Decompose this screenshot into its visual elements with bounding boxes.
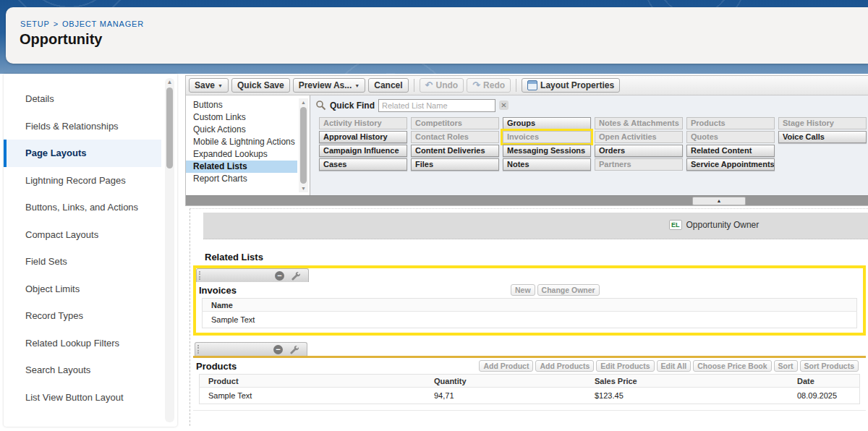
sort-products-button: Sort Products <box>800 360 859 372</box>
palette-category-custom-links[interactable]: Custom Links <box>186 111 297 124</box>
collapse-arrow-icon: ▲ <box>717 198 722 203</box>
related-list-tab[interactable]: − <box>196 268 309 282</box>
quick-find-input[interactable] <box>378 99 495 112</box>
palette-item-messaging-sessions[interactable]: Messaging Sessions <box>503 145 591 157</box>
layout-properties-button[interactable]: Layout Properties <box>522 78 620 93</box>
quick-find-label: Quick Find <box>330 101 375 111</box>
sidebar-scrollbar-thumb[interactable] <box>166 88 173 168</box>
related-list-header: Products Add ProductAdd ProductsEdit Pro… <box>193 358 866 374</box>
table-cell: Sample Text <box>203 312 857 328</box>
palette-item-cases[interactable]: Cases <box>319 158 407 171</box>
palette-item-open-activities: Open Activities <box>595 131 683 143</box>
chevron-down-icon: ▼ <box>354 83 359 88</box>
layout-properties-icon <box>527 80 537 90</box>
palette-category-buttons[interactable]: Buttons <box>186 99 297 111</box>
palette-item-contact-roles: Contact Roles <box>411 131 499 143</box>
related-list-products[interactable]: − Products Add ProductAdd ProductsEdit P… <box>193 342 866 411</box>
search-icon <box>315 100 326 111</box>
table-row: Sample Text94,71$123.4508.09.2025 <box>200 388 860 404</box>
related-list-table: Name Sample Text <box>202 298 857 328</box>
sidebar-scrollbar[interactable]: ▲ <box>165 78 174 422</box>
palette-item-campaign-influence[interactable]: Campaign Influence <box>319 145 407 157</box>
collapse-palette-handle[interactable]: ▲ <box>692 197 746 205</box>
column-header-sales-price: Sales Price <box>586 375 788 388</box>
related-list-invoices[interactable]: − Invoices NewChange Owner Name Sample T… <box>193 265 866 336</box>
editor-panel: Save▼ Quick Save Preview As...▼ Cancel ↶… <box>185 75 868 206</box>
palette-scrollbar[interactable]: ▲ ▼ <box>299 98 308 192</box>
palette-item-partners: Partners <box>595 158 683 171</box>
palette-category-quick-actions[interactable]: Quick Actions <box>186 124 297 136</box>
scroll-up-icon[interactable]: ▲ <box>165 78 174 87</box>
palette-categories: ButtonsCustom LinksQuick ActionsMobile &… <box>186 99 297 185</box>
palette-item-voice-calls[interactable]: Voice Calls <box>778 131 867 143</box>
related-list-buttons: NewChange Owner <box>511 284 600 296</box>
sidebar-item-page-layouts[interactable]: Page Layouts <box>4 140 161 167</box>
quick-save-button[interactable]: Quick Save <box>231 78 290 93</box>
chevron-down-icon: ▼ <box>218 83 223 88</box>
redo-button[interactable]: ↷Redo <box>467 78 511 93</box>
sidebar-item-lightning-record-pages[interactable]: Lightning Record Pages <box>4 167 161 195</box>
related-list-buttons: Add ProductAdd ProductsEdit ProductsEdit… <box>479 360 859 372</box>
column-header-name: Name <box>203 299 857 312</box>
palette-item-groups[interactable]: Groups <box>503 117 591 129</box>
sidebar-item-record-types[interactable]: Record Types <box>4 302 161 330</box>
sidebar-item-object-limits[interactable]: Object Limits <box>4 276 161 303</box>
palette-item-approval-history[interactable]: Approval History <box>319 131 407 143</box>
palette-item-content-deliveries[interactable]: Content Deliveries <box>411 145 499 157</box>
breadcrumb-setup-link[interactable]: SETUP <box>20 20 50 28</box>
sidebar-item-list-view-button-layout[interactable]: List View Button Layout <box>4 384 161 411</box>
column-header-date: Date <box>788 375 860 388</box>
wrench-icon[interactable] <box>291 271 300 281</box>
palette-scrollbar-thumb[interactable] <box>300 107 307 184</box>
preview-as-button[interactable]: Preview As...▼ <box>293 78 366 93</box>
sidebar-item-related-lookup-filters[interactable]: Related Lookup Filters <box>4 330 161 357</box>
sidebar-item-search-layouts[interactable]: Search Layouts <box>4 357 161 384</box>
palette-item-notes[interactable]: Notes <box>503 158 591 171</box>
palette-item-files[interactable]: Files <box>411 158 499 171</box>
sort-button: Sort <box>774 360 798 372</box>
table-row: Sample Text <box>203 312 857 328</box>
breadcrumb: SETUP>OBJECT MANAGER <box>20 20 144 28</box>
palette-item-invoices: Invoices <box>503 131 591 143</box>
drag-handle[interactable] <box>197 345 199 354</box>
palette-category-mobile-lightning-actions[interactable]: Mobile & Lightning Actions <box>186 136 297 148</box>
change-owner-button: Change Owner <box>537 284 600 296</box>
scroll-up-icon[interactable]: ▲ <box>299 98 308 106</box>
scroll-down-icon[interactable]: ▼ <box>299 184 308 192</box>
column-header-quantity: Quantity <box>425 375 586 388</box>
palette-category-related-lists[interactable]: Related Lists <box>186 161 297 173</box>
element-badge: EL <box>669 220 682 230</box>
toolbar-divider <box>516 79 516 92</box>
wrench-icon[interactable] <box>289 345 299 354</box>
remove-icon[interactable]: − <box>273 345 283 354</box>
undo-button[interactable]: ↶Undo <box>420 78 464 93</box>
sidebar-item-compact-layouts[interactable]: Compact Layouts <box>4 221 161 249</box>
sidebar-item-list: DetailsFields & RelationshipsPage Layout… <box>4 85 161 411</box>
save-button[interactable]: Save▼ <box>189 78 229 93</box>
breadcrumb-object-manager-link[interactable]: OBJECT MANAGER <box>62 20 144 28</box>
palette-item-orders[interactable]: Orders <box>595 145 683 157</box>
remove-icon[interactable]: − <box>275 271 284 281</box>
quick-find-bar: Quick Find ✕ <box>315 95 868 115</box>
sidebar-item-fields-relationships[interactable]: Fields & Relationships <box>4 113 161 140</box>
page-title: Opportunity <box>20 31 102 48</box>
field-label: Opportunity Owner <box>686 220 760 230</box>
edit-all-button: Edit All <box>657 360 692 372</box>
palette-item-competitors: Competitors <box>411 117 499 129</box>
cancel-button[interactable]: Cancel <box>368 78 408 93</box>
sidebar-item-buttons-links-and-actions[interactable]: Buttons, Links, and Actions <box>4 194 161 221</box>
palette-item-related-content[interactable]: Related Content <box>686 145 775 157</box>
sidebar-item-details[interactable]: Details <box>4 85 161 113</box>
sidebar-item-field-sets[interactable]: Field Sets <box>4 248 161 276</box>
edit-products-button: Edit Products <box>596 360 654 372</box>
palette-category-expanded-lookups[interactable]: Expanded Lookups <box>186 148 297 161</box>
related-list-tab[interactable]: − <box>195 342 307 356</box>
palette-category-report-charts[interactable]: Report Charts <box>186 173 297 185</box>
choose-price-book-button: Choose Price Book <box>693 360 771 372</box>
palette-item-service-appointments[interactable]: Service Appointments <box>686 158 775 171</box>
breadcrumb-separator: > <box>54 20 59 28</box>
clear-icon[interactable]: ✕ <box>499 101 509 110</box>
palette-bottom-bar: ▲ <box>186 195 868 205</box>
opportunity-owner-field[interactable]: EL Opportunity Owner <box>669 220 759 230</box>
drag-handle[interactable] <box>199 271 200 280</box>
